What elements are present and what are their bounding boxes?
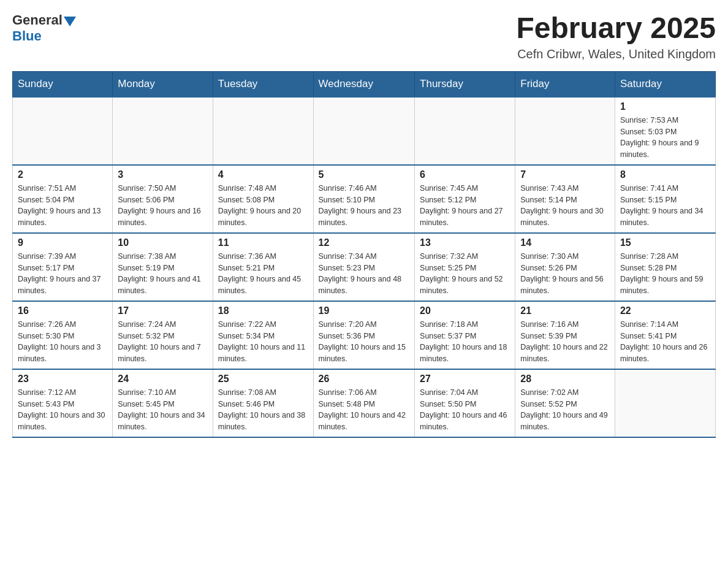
day-number: 5 <box>319 169 410 180</box>
day-info: Sunrise: 7:10 AMSunset: 5:45 PMDaylight:… <box>118 387 207 433</box>
calendar-cell: 22Sunrise: 7:14 AMSunset: 5:41 PMDayligh… <box>615 301 715 369</box>
calendar-cell: 13Sunrise: 7:32 AMSunset: 5:25 PMDayligh… <box>415 233 515 301</box>
day-number: 20 <box>420 305 510 316</box>
calendar-cell: 3Sunrise: 7:50 AMSunset: 5:06 PMDaylight… <box>113 165 213 233</box>
day-info: Sunrise: 7:02 AMSunset: 5:52 PMDaylight:… <box>520 387 610 433</box>
day-number: 19 <box>319 305 410 316</box>
calendar-cell: 10Sunrise: 7:38 AMSunset: 5:19 PMDayligh… <box>113 233 213 301</box>
day-number: 13 <box>420 237 510 248</box>
calendar-cell: 9Sunrise: 7:39 AMSunset: 5:17 PMDaylight… <box>13 233 113 301</box>
day-number: 14 <box>520 237 610 248</box>
calendar-cell: 25Sunrise: 7:08 AMSunset: 5:46 PMDayligh… <box>213 369 313 437</box>
calendar-cell: 15Sunrise: 7:28 AMSunset: 5:28 PMDayligh… <box>615 233 715 301</box>
day-info: Sunrise: 7:12 AMSunset: 5:43 PMDaylight:… <box>18 387 107 433</box>
calendar-cell: 20Sunrise: 7:18 AMSunset: 5:37 PMDayligh… <box>415 301 515 369</box>
day-info: Sunrise: 7:14 AMSunset: 5:41 PMDaylight:… <box>620 319 710 365</box>
col-header-thursday: Thursday <box>415 71 515 97</box>
calendar-cell: 8Sunrise: 7:41 AMSunset: 5:15 PMDaylight… <box>615 165 715 233</box>
calendar-week-row: 9Sunrise: 7:39 AMSunset: 5:17 PMDaylight… <box>13 233 716 301</box>
day-info: Sunrise: 7:04 AMSunset: 5:50 PMDaylight:… <box>420 387 510 433</box>
calendar-cell: 27Sunrise: 7:04 AMSunset: 5:50 PMDayligh… <box>415 369 515 437</box>
calendar-cell <box>515 97 615 165</box>
day-number: 12 <box>319 237 410 248</box>
logo-blue-text: Blue <box>12 28 42 44</box>
day-number: 4 <box>218 169 308 180</box>
day-number: 3 <box>118 169 207 180</box>
day-number: 26 <box>319 373 410 385</box>
day-info: Sunrise: 7:08 AMSunset: 5:46 PMDaylight:… <box>218 387 308 433</box>
day-number: 16 <box>18 305 107 316</box>
calendar-cell: 11Sunrise: 7:36 AMSunset: 5:21 PMDayligh… <box>213 233 313 301</box>
day-info: Sunrise: 7:24 AMSunset: 5:32 PMDaylight:… <box>118 319 207 365</box>
col-header-tuesday: Tuesday <box>213 71 313 97</box>
day-info: Sunrise: 7:51 AMSunset: 5:04 PMDaylight:… <box>18 183 107 229</box>
day-number: 6 <box>420 169 510 180</box>
day-number: 18 <box>218 305 308 316</box>
day-info: Sunrise: 7:34 AMSunset: 5:23 PMDaylight:… <box>319 251 410 297</box>
day-info: Sunrise: 7:28 AMSunset: 5:28 PMDaylight:… <box>620 251 710 297</box>
day-number: 25 <box>218 373 308 385</box>
calendar-cell: 2Sunrise: 7:51 AMSunset: 5:04 PMDaylight… <box>13 165 113 233</box>
day-info: Sunrise: 7:30 AMSunset: 5:26 PMDaylight:… <box>520 251 610 297</box>
day-info: Sunrise: 7:50 AMSunset: 5:06 PMDaylight:… <box>118 183 207 229</box>
day-info: Sunrise: 7:20 AMSunset: 5:36 PMDaylight:… <box>319 319 410 365</box>
calendar-cell <box>615 369 715 437</box>
calendar-week-row: 1Sunrise: 7:53 AMSunset: 5:03 PMDaylight… <box>13 97 716 165</box>
day-info: Sunrise: 7:39 AMSunset: 5:17 PMDaylight:… <box>18 251 107 297</box>
day-info: Sunrise: 7:06 AMSunset: 5:48 PMDaylight:… <box>319 387 410 433</box>
day-number: 9 <box>18 237 107 248</box>
day-number: 22 <box>620 305 710 316</box>
calendar-cell: 18Sunrise: 7:22 AMSunset: 5:34 PMDayligh… <box>213 301 313 369</box>
calendar-cell: 7Sunrise: 7:43 AMSunset: 5:14 PMDaylight… <box>515 165 615 233</box>
calendar-cell <box>313 97 415 165</box>
calendar-cell <box>13 97 113 165</box>
day-number: 27 <box>420 373 510 385</box>
day-number: 1 <box>620 101 710 112</box>
day-info: Sunrise: 7:38 AMSunset: 5:19 PMDaylight:… <box>118 251 207 297</box>
day-number: 28 <box>520 373 610 385</box>
month-title: February 2025 <box>516 12 716 45</box>
calendar-cell: 23Sunrise: 7:12 AMSunset: 5:43 PMDayligh… <box>13 369 113 437</box>
day-number: 17 <box>118 305 207 316</box>
day-info: Sunrise: 7:48 AMSunset: 5:08 PMDaylight:… <box>218 183 308 229</box>
day-info: Sunrise: 7:32 AMSunset: 5:25 PMDaylight:… <box>420 251 510 297</box>
calendar-cell: 14Sunrise: 7:30 AMSunset: 5:26 PMDayligh… <box>515 233 615 301</box>
day-number: 2 <box>18 169 107 180</box>
calendar-cell: 21Sunrise: 7:16 AMSunset: 5:39 PMDayligh… <box>515 301 615 369</box>
calendar-cell <box>415 97 515 165</box>
day-number: 10 <box>118 237 207 248</box>
day-info: Sunrise: 7:43 AMSunset: 5:14 PMDaylight:… <box>520 183 610 229</box>
calendar-cell: 19Sunrise: 7:20 AMSunset: 5:36 PMDayligh… <box>313 301 415 369</box>
day-number: 11 <box>218 237 308 248</box>
day-number: 23 <box>18 373 107 385</box>
calendar-cell: 5Sunrise: 7:46 AMSunset: 5:10 PMDaylight… <box>313 165 415 233</box>
day-info: Sunrise: 7:26 AMSunset: 5:30 PMDaylight:… <box>18 319 107 365</box>
day-number: 15 <box>620 237 710 248</box>
calendar-cell: 16Sunrise: 7:26 AMSunset: 5:30 PMDayligh… <box>13 301 113 369</box>
calendar-week-row: 16Sunrise: 7:26 AMSunset: 5:30 PMDayligh… <box>13 301 716 369</box>
calendar-table: Sunday Monday Tuesday Wednesday Thursday… <box>12 71 716 438</box>
day-info: Sunrise: 7:53 AMSunset: 5:03 PMDaylight:… <box>620 115 710 161</box>
col-header-monday: Monday <box>113 71 213 97</box>
calendar-cell: 26Sunrise: 7:06 AMSunset: 5:48 PMDayligh… <box>313 369 415 437</box>
calendar-week-row: 2Sunrise: 7:51 AMSunset: 5:04 PMDaylight… <box>13 165 716 233</box>
calendar-cell <box>213 97 313 165</box>
calendar-cell: 28Sunrise: 7:02 AMSunset: 5:52 PMDayligh… <box>515 369 615 437</box>
title-section: February 2025 Cefn Cribwr, Wales, United… <box>516 12 716 61</box>
calendar-cell <box>113 97 213 165</box>
col-header-saturday: Saturday <box>615 71 715 97</box>
day-number: 8 <box>620 169 710 180</box>
day-number: 21 <box>520 305 610 316</box>
page-header: General Blue February 2025 Cefn Cribwr, … <box>12 12 716 61</box>
day-info: Sunrise: 7:46 AMSunset: 5:10 PMDaylight:… <box>319 183 410 229</box>
day-info: Sunrise: 7:22 AMSunset: 5:34 PMDaylight:… <box>218 319 308 365</box>
calendar-week-row: 23Sunrise: 7:12 AMSunset: 5:43 PMDayligh… <box>13 369 716 437</box>
day-info: Sunrise: 7:45 AMSunset: 5:12 PMDaylight:… <box>420 183 510 229</box>
day-info: Sunrise: 7:36 AMSunset: 5:21 PMDaylight:… <box>218 251 308 297</box>
calendar-cell: 24Sunrise: 7:10 AMSunset: 5:45 PMDayligh… <box>113 369 213 437</box>
calendar-cell: 1Sunrise: 7:53 AMSunset: 5:03 PMDaylight… <box>615 97 715 165</box>
location-text: Cefn Cribwr, Wales, United Kingdom <box>516 47 716 61</box>
logo-general-text: General <box>12 12 63 28</box>
calendar-cell: 6Sunrise: 7:45 AMSunset: 5:12 PMDaylight… <box>415 165 515 233</box>
logo-arrow-icon <box>64 17 76 26</box>
